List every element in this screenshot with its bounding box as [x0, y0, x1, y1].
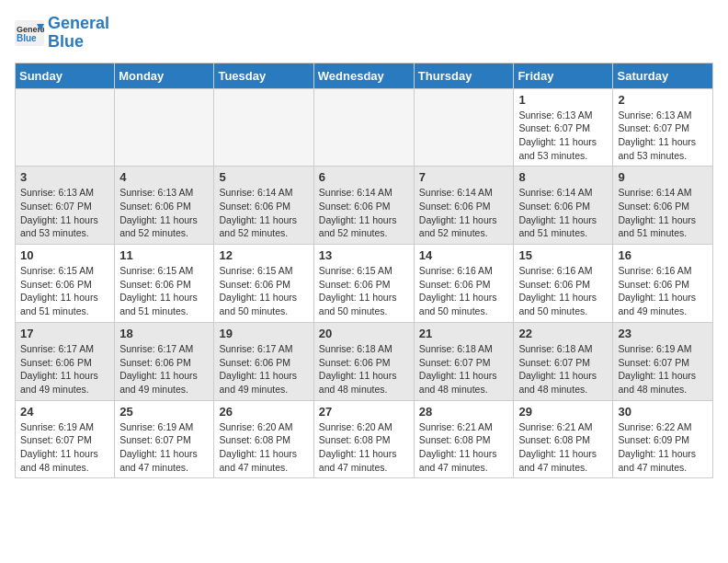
day-number: 10 — [20, 248, 109, 262]
calendar-cell: 1Sunrise: 6:13 AMSunset: 6:07 PMDaylight… — [514, 88, 613, 167]
day-info: Sunrise: 6:18 AMSunset: 6:06 PMDaylight:… — [319, 342, 409, 396]
calendar-cell — [414, 88, 514, 167]
day-number: 8 — [518, 170, 608, 184]
day-number: 11 — [119, 248, 209, 262]
day-number: 28 — [419, 405, 509, 419]
day-number: 20 — [319, 327, 409, 340]
day-number: 30 — [618, 405, 708, 419]
calendar-cell: 11Sunrise: 6:15 AMSunset: 6:06 PMDayligh… — [115, 245, 214, 323]
svg-text:Blue: Blue — [17, 33, 37, 43]
calendar-cell — [313, 88, 414, 167]
day-info: Sunrise: 6:13 AMSunset: 6:07 PMDaylight:… — [518, 109, 608, 163]
day-number: 7 — [419, 170, 509, 184]
day-number: 17 — [20, 327, 109, 340]
day-info: Sunrise: 6:13 AMSunset: 6:06 PMDaylight:… — [119, 186, 209, 240]
day-number: 24 — [20, 405, 109, 419]
calendar-cell: 29Sunrise: 6:21 AMSunset: 6:08 PMDayligh… — [514, 400, 613, 478]
day-info: Sunrise: 6:14 AMSunset: 6:06 PMDaylight:… — [419, 186, 509, 240]
calendar-week-4: 17Sunrise: 6:17 AMSunset: 6:06 PMDayligh… — [16, 322, 713, 400]
calendar-cell: 9Sunrise: 6:14 AMSunset: 6:06 PMDaylight… — [613, 167, 713, 245]
day-header-thursday: Thursday — [414, 63, 514, 88]
day-number: 6 — [319, 170, 409, 184]
calendar-cell: 21Sunrise: 6:18 AMSunset: 6:07 PMDayligh… — [414, 322, 514, 400]
calendar-cell: 19Sunrise: 6:17 AMSunset: 6:06 PMDayligh… — [214, 322, 313, 400]
calendar-cell: 5Sunrise: 6:14 AMSunset: 6:06 PMDaylight… — [214, 167, 313, 245]
calendar-cell: 12Sunrise: 6:15 AMSunset: 6:06 PMDayligh… — [214, 245, 313, 323]
calendar-cell: 24Sunrise: 6:19 AMSunset: 6:07 PMDayligh… — [16, 400, 115, 478]
calendar-cell: 15Sunrise: 6:16 AMSunset: 6:06 PMDayligh… — [514, 245, 613, 323]
day-header-tuesday: Tuesday — [214, 63, 313, 88]
day-number: 19 — [219, 327, 308, 340]
day-info: Sunrise: 6:14 AMSunset: 6:06 PMDaylight:… — [618, 186, 708, 240]
day-info: Sunrise: 6:16 AMSunset: 6:06 PMDaylight:… — [618, 264, 708, 318]
day-info: Sunrise: 6:20 AMSunset: 6:08 PMDaylight:… — [219, 420, 308, 475]
day-info: Sunrise: 6:17 AMSunset: 6:06 PMDaylight:… — [219, 342, 308, 396]
logo-icon: General Blue — [15, 20, 44, 46]
day-info: Sunrise: 6:19 AMSunset: 6:07 PMDaylight:… — [618, 342, 708, 396]
day-info: Sunrise: 6:18 AMSunset: 6:07 PMDaylight:… — [518, 342, 608, 396]
day-number: 14 — [419, 248, 509, 262]
day-info: Sunrise: 6:14 AMSunset: 6:06 PMDaylight:… — [319, 186, 409, 240]
calendar-cell: 3Sunrise: 6:13 AMSunset: 6:07 PMDaylight… — [16, 167, 115, 245]
day-info: Sunrise: 6:14 AMSunset: 6:06 PMDaylight:… — [518, 186, 608, 240]
day-info: Sunrise: 6:15 AMSunset: 6:06 PMDaylight:… — [319, 264, 409, 318]
day-number: 18 — [119, 327, 209, 340]
day-header-saturday: Saturday — [613, 63, 713, 88]
calendar-week-5: 24Sunrise: 6:19 AMSunset: 6:07 PMDayligh… — [16, 400, 713, 478]
calendar-week-1: 1Sunrise: 6:13 AMSunset: 6:07 PMDaylight… — [16, 88, 713, 167]
day-header-wednesday: Wednesday — [313, 63, 414, 88]
calendar-cell: 30Sunrise: 6:22 AMSunset: 6:09 PMDayligh… — [613, 400, 713, 478]
calendar-cell: 27Sunrise: 6:20 AMSunset: 6:08 PMDayligh… — [313, 400, 414, 478]
logo: General Blue GeneralBlue — [15, 15, 109, 52]
day-header-sunday: Sunday — [16, 63, 115, 88]
calendar-cell: 13Sunrise: 6:15 AMSunset: 6:06 PMDayligh… — [313, 245, 414, 323]
calendar-cell: 4Sunrise: 6:13 AMSunset: 6:06 PMDaylight… — [115, 167, 214, 245]
day-info: Sunrise: 6:21 AMSunset: 6:08 PMDaylight:… — [419, 420, 509, 475]
day-info: Sunrise: 6:19 AMSunset: 6:07 PMDaylight:… — [20, 420, 109, 475]
day-info: Sunrise: 6:16 AMSunset: 6:06 PMDaylight:… — [518, 264, 608, 318]
day-info: Sunrise: 6:15 AMSunset: 6:06 PMDaylight:… — [119, 264, 209, 318]
day-number: 1 — [518, 93, 608, 107]
logo-text: GeneralBlue — [48, 15, 109, 52]
calendar-cell: 14Sunrise: 6:16 AMSunset: 6:06 PMDayligh… — [414, 245, 514, 323]
calendar-cell: 16Sunrise: 6:16 AMSunset: 6:06 PMDayligh… — [613, 245, 713, 323]
day-number: 16 — [618, 248, 708, 262]
day-number: 23 — [618, 327, 708, 340]
calendar-cell: 17Sunrise: 6:17 AMSunset: 6:06 PMDayligh… — [16, 322, 115, 400]
calendar-cell: 6Sunrise: 6:14 AMSunset: 6:06 PMDaylight… — [313, 167, 414, 245]
day-number: 21 — [419, 327, 509, 340]
day-number: 22 — [518, 327, 608, 340]
day-info: Sunrise: 6:13 AMSunset: 6:07 PMDaylight:… — [20, 186, 109, 240]
calendar-cell: 10Sunrise: 6:15 AMSunset: 6:06 PMDayligh… — [16, 245, 115, 323]
calendar-week-3: 10Sunrise: 6:15 AMSunset: 6:06 PMDayligh… — [16, 245, 713, 323]
day-info: Sunrise: 6:17 AMSunset: 6:06 PMDaylight:… — [119, 342, 209, 396]
day-number: 25 — [119, 405, 209, 419]
day-info: Sunrise: 6:22 AMSunset: 6:09 PMDaylight:… — [618, 420, 708, 475]
calendar-cell — [16, 88, 115, 167]
day-info: Sunrise: 6:18 AMSunset: 6:07 PMDaylight:… — [419, 342, 509, 396]
day-info: Sunrise: 6:19 AMSunset: 6:07 PMDaylight:… — [119, 420, 209, 475]
day-info: Sunrise: 6:17 AMSunset: 6:06 PMDaylight:… — [20, 342, 109, 396]
calendar-cell: 28Sunrise: 6:21 AMSunset: 6:08 PMDayligh… — [414, 400, 514, 478]
calendar-cell: 25Sunrise: 6:19 AMSunset: 6:07 PMDayligh… — [115, 400, 214, 478]
day-number: 4 — [119, 170, 209, 184]
calendar-cell: 20Sunrise: 6:18 AMSunset: 6:06 PMDayligh… — [313, 322, 414, 400]
day-number: 27 — [319, 405, 409, 419]
day-info: Sunrise: 6:15 AMSunset: 6:06 PMDaylight:… — [20, 264, 109, 318]
day-number: 3 — [20, 170, 109, 184]
calendar-week-2: 3Sunrise: 6:13 AMSunset: 6:07 PMDaylight… — [16, 167, 713, 245]
calendar-cell: 23Sunrise: 6:19 AMSunset: 6:07 PMDayligh… — [613, 322, 713, 400]
day-header-friday: Friday — [514, 63, 613, 88]
calendar-cell: 7Sunrise: 6:14 AMSunset: 6:06 PMDaylight… — [414, 167, 514, 245]
calendar-cell — [115, 88, 214, 167]
calendar-cell: 26Sunrise: 6:20 AMSunset: 6:08 PMDayligh… — [214, 400, 313, 478]
calendar-table: SundayMondayTuesdayWednesdayThursdayFrid… — [15, 63, 713, 479]
day-number: 2 — [618, 93, 708, 107]
day-number: 15 — [518, 248, 608, 262]
day-number: 5 — [219, 170, 308, 184]
day-number: 29 — [518, 405, 608, 419]
day-number: 9 — [618, 170, 708, 184]
calendar-cell: 18Sunrise: 6:17 AMSunset: 6:06 PMDayligh… — [115, 322, 214, 400]
day-info: Sunrise: 6:15 AMSunset: 6:06 PMDaylight:… — [219, 264, 308, 318]
day-info: Sunrise: 6:20 AMSunset: 6:08 PMDaylight:… — [319, 420, 409, 475]
